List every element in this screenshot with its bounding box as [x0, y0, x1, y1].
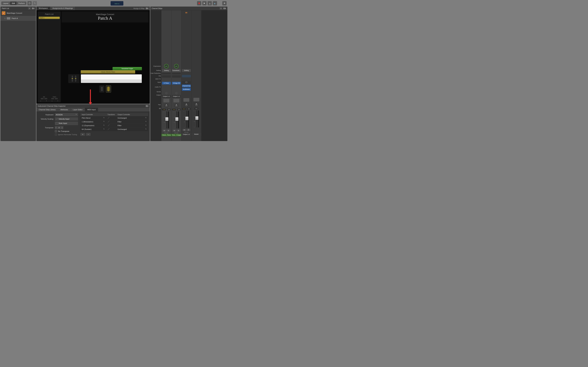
midi-input-tab[interactable]: MIDI Input	[85, 108, 98, 111]
patch-prev[interactable]	[51, 98, 54, 99]
strip-name[interactable]: Output 1-2	[182, 133, 191, 136]
layout-mode-button[interactable]: Layout	[1, 1, 10, 5]
curve-icon[interactable]	[107, 121, 110, 122]
patch-next[interactable]	[55, 98, 58, 99]
add-controller-button[interactable]: +	[80, 133, 85, 136]
add-strip-button[interactable]	[219, 7, 223, 10]
mute-button[interactable]: M	[183, 129, 186, 131]
solo-button[interactable]: S	[187, 129, 190, 131]
solo-button[interactable]: S	[167, 129, 170, 132]
set-prev[interactable]	[41, 98, 44, 99]
fader[interactable]	[177, 111, 177, 128]
play-button[interactable]	[202, 1, 207, 5]
set-down-arrow[interactable]: ▼	[46, 100, 47, 101]
output-slot[interactable]: Output 1-2	[162, 95, 171, 98]
table-row[interactable]: 1 (Modulation)⇅Filter⇅	[80, 120, 148, 124]
audio-fx-slot[interactable]: MultiMeter	[182, 88, 191, 91]
assign-map-button[interactable]: Assign & Map	[133, 7, 145, 9]
pencil-button[interactable]: ✎	[33, 1, 37, 5]
strip-name[interactable]: Tone...l Organ	[172, 134, 181, 136]
pan-knob[interactable]	[164, 104, 168, 108]
transpose-stepper[interactable]: ▾ 0 ▴	[55, 126, 63, 129]
mute-button[interactable]: M	[173, 129, 176, 132]
expression-knob[interactable]: 127	[164, 64, 169, 68]
master-mute-button[interactable]: 🔈	[213, 1, 217, 5]
expression-knob[interactable]: 127	[174, 64, 179, 68]
mixer-button[interactable]: ⚙	[222, 1, 226, 5]
curve-icon[interactable]	[107, 125, 110, 126]
velocity-input[interactable]: Velocity Input	[55, 117, 78, 121]
center-gear-button[interactable]: ▾	[146, 7, 148, 10]
input-slot[interactable]	[182, 81, 191, 84]
table-row[interactable]: 11 (Expression)⇅Filter⇅	[80, 124, 148, 127]
set-up-arrow[interactable]: ▲	[40, 100, 41, 101]
midi-fx-slot[interactable]	[162, 78, 171, 81]
patch-row[interactable]: 1 Patch A	[0, 16, 36, 21]
keyboard-select[interactable]: ASSIGN⇅	[55, 113, 78, 116]
setting-slot[interactable]: Tonewheel...	[172, 69, 181, 72]
strip-name[interactable]: Classi...Piano	[161, 134, 171, 136]
edit-mode-button[interactable]: Edit	[10, 1, 17, 5]
midi-fx-slot[interactable]	[172, 78, 181, 81]
patch-list-gear-button[interactable]: ▾	[32, 7, 35, 10]
pan-knob[interactable]	[194, 103, 198, 107]
patch-up-arrow[interactable]: ▲	[52, 100, 53, 101]
table-row[interactable]: 64 (Sustain)⇅Unchanged⇅	[80, 127, 148, 131]
record-button[interactable]	[197, 1, 201, 5]
inspector-gear-button[interactable]: ▾	[146, 105, 148, 107]
strip-name[interactable]: Master	[191, 133, 201, 135]
transpose-down[interactable]: ▾	[55, 126, 57, 129]
send-knob[interactable]	[165, 92, 167, 94]
fader[interactable]	[197, 110, 197, 127]
pitch-wheel[interactable]	[72, 75, 73, 82]
concert-row[interactable]: 🎸 MainStage Concert	[0, 10, 36, 16]
pedal-2[interactable]	[106, 85, 111, 92]
setting-slot[interactable]: Setting	[182, 69, 191, 72]
curve-icon[interactable]	[107, 117, 110, 119]
hermode-checkbox[interactable]	[55, 133, 57, 136]
pedal-1[interactable]	[99, 85, 104, 92]
metronome-button[interactable]: ◬	[208, 1, 212, 5]
attributes-tab[interactable]: Attributes	[58, 108, 70, 111]
eq-slot[interactable]	[162, 75, 171, 78]
col-transform[interactable]: Transform	[106, 113, 116, 116]
output-slot[interactable]: Output 1-2	[172, 95, 181, 98]
channel-strip-library-tab[interactable]: Channel Strip Library	[36, 108, 58, 111]
send-knob[interactable]	[175, 92, 178, 94]
assignments-tab[interactable]: Assignments & Mappings	[50, 7, 75, 10]
layer-editor-tab[interactable]: Layer Editor	[70, 108, 85, 111]
fader[interactable]	[187, 111, 187, 128]
audio-fx-slot[interactable]: Channel EQ	[182, 84, 191, 87]
setting-slot[interactable]: Setting	[162, 69, 171, 72]
add-patch-button[interactable]	[28, 7, 31, 10]
pan-knob[interactable]	[184, 103, 188, 107]
keyboard[interactable]	[81, 74, 142, 83]
remove-controller-button[interactable]: −	[86, 133, 91, 136]
mod-wheel[interactable]	[75, 75, 76, 82]
input-slot[interactable]: E-Piano	[162, 82, 171, 84]
gain-reduction-slot[interactable]	[172, 73, 181, 75]
note-input[interactable]: Note Input	[55, 122, 78, 125]
solo-button[interactable]: S	[177, 129, 180, 132]
input-slot[interactable]: Vintage B3	[172, 82, 181, 84]
perform-mode-button[interactable]: Perform	[17, 1, 26, 5]
note-input-checkbox[interactable]	[56, 122, 58, 125]
no-transpose-checkbox[interactable]	[55, 130, 57, 132]
fader[interactable]	[166, 111, 167, 128]
piano-layer[interactable]: Classic Electric Piano	[81, 70, 135, 74]
gain-reduction-slot[interactable]	[162, 73, 171, 75]
pan-knob[interactable]	[174, 104, 178, 108]
info-button[interactable]	[27, 1, 32, 5]
table-row[interactable]: Pitch Bend⇅Unchanged⇅	[80, 116, 148, 120]
ws-patch-item[interactable]: Patch A	[39, 17, 60, 19]
col-output-controller[interactable]: Output Controller	[116, 113, 148, 116]
workspace-tab[interactable]: Workspace	[36, 7, 50, 10]
set-next[interactable]	[44, 98, 47, 99]
mute-button[interactable]: M	[163, 129, 166, 132]
eq-slot[interactable]	[182, 75, 191, 77]
curve-icon[interactable]	[107, 128, 110, 130]
patch-down-arrow[interactable]: ▼	[57, 100, 58, 101]
col-input-controller[interactable]: Input Controller	[80, 113, 106, 116]
organ-layer[interactable]: Tonewheel Organ	[112, 67, 142, 70]
transpose-up[interactable]: ▴	[61, 126, 63, 129]
